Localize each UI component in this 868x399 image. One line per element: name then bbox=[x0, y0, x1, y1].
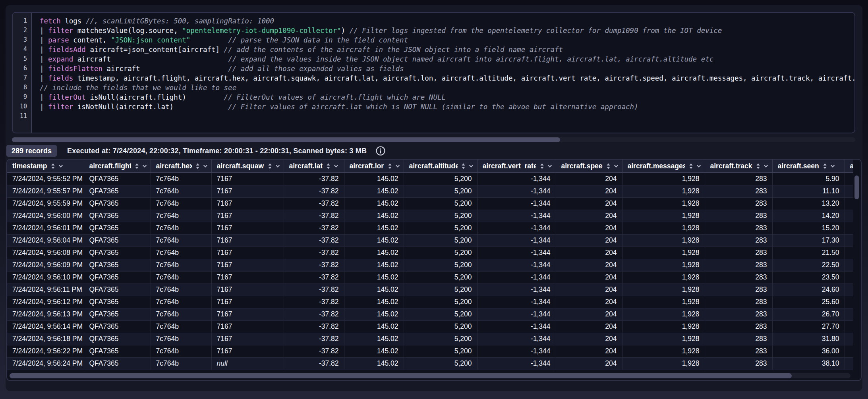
table-row[interactable]: 7/24/2024, 9:56:14 PMQFA73657c764b7167-3… bbox=[7, 320, 853, 333]
code-text: aircraft=json_content[aircraft] bbox=[86, 46, 224, 54]
table-cell: -37.82 bbox=[284, 222, 344, 234]
chevron-down-icon[interactable] bbox=[613, 163, 619, 169]
column-label: aircraft.altitude bbox=[409, 162, 458, 170]
query-editor[interactable]: 1234567891011 fetch logs //, scanLimitGB… bbox=[12, 12, 855, 133]
editor-horizontal-scrollbar[interactable] bbox=[12, 137, 855, 142]
sort-icon[interactable] bbox=[387, 163, 393, 169]
column-header-aircraft-squawk[interactable]: aircraft.squawk bbox=[211, 160, 284, 173]
table-cell: 25.60 bbox=[772, 296, 845, 308]
chevron-down-icon[interactable] bbox=[58, 163, 64, 169]
table-row[interactable]: 7/24/2024, 9:56:01 PMQFA73657c764b7167-3… bbox=[7, 222, 853, 234]
sort-icon[interactable] bbox=[822, 163, 828, 169]
table-cell: 145.02 bbox=[344, 308, 404, 320]
table-cell: 7/24/2024, 9:56:18 PM bbox=[7, 333, 84, 345]
table-cell: 5,200 bbox=[404, 320, 477, 333]
sort-icon[interactable] bbox=[688, 163, 694, 169]
sort-icon[interactable] bbox=[195, 163, 201, 169]
table-cell: -37.82 bbox=[284, 197, 344, 210]
table-row[interactable]: 7/24/2024, 9:56:09 PMQFA73657c764b7167-3… bbox=[7, 259, 853, 271]
sort-icon[interactable] bbox=[460, 163, 466, 169]
table-cell: 283 bbox=[705, 197, 772, 210]
table-cell: 1,928 bbox=[622, 271, 705, 283]
table-row[interactable]: 7/24/2024, 9:56:08 PMQFA73657c764b7167-3… bbox=[7, 247, 853, 259]
results-table-panel: timestampaircraft.flightaircraft.hexairc… bbox=[6, 159, 862, 381]
table-cell: QFA7365 bbox=[84, 333, 151, 345]
chevron-down-icon[interactable] bbox=[275, 163, 280, 169]
table-cell: 204 bbox=[556, 308, 622, 320]
column-header-aircraft-hex[interactable]: aircraft.hex bbox=[151, 160, 211, 173]
table-row[interactable]: 7/24/2024, 9:55:57 PMQFA73657c764b7167-3… bbox=[7, 185, 853, 197]
chevron-down-icon[interactable] bbox=[468, 163, 474, 169]
column-header-timestamp[interactable]: timestamp bbox=[7, 160, 84, 173]
sort-icon[interactable] bbox=[325, 163, 331, 169]
table-row[interactable]: 7/24/2024, 9:56:24 PMQFA73657c764bnull-3… bbox=[7, 357, 853, 370]
table-cell bbox=[845, 222, 853, 234]
chevron-down-icon[interactable] bbox=[142, 163, 147, 169]
chevron-down-icon[interactable] bbox=[763, 163, 769, 169]
table-cell: 1,928 bbox=[622, 234, 705, 247]
sort-icon[interactable] bbox=[755, 163, 761, 169]
table-cell: 204 bbox=[556, 222, 622, 234]
table-horizontal-scrollbar[interactable] bbox=[10, 373, 851, 378]
table-row[interactable]: 7/24/2024, 9:56:12 PMQFA73657c764b7167-3… bbox=[7, 296, 853, 308]
chevron-down-icon[interactable] bbox=[395, 163, 400, 169]
table-row[interactable]: 7/24/2024, 9:56:11 PMQFA73657c764b7167-3… bbox=[7, 283, 853, 296]
table-cell: 1,928 bbox=[622, 222, 705, 234]
column-header-airc-clipped[interactable]: airc bbox=[845, 160, 853, 173]
table-row[interactable]: 7/24/2024, 9:56:22 PMQFA73657c764b7167-3… bbox=[7, 345, 853, 357]
code-line: | filterOut isNull(aircraft.flight) // F… bbox=[40, 93, 854, 103]
table-cell bbox=[845, 296, 853, 308]
table-cell: 1,928 bbox=[622, 259, 705, 271]
column-header-aircraft-track[interactable]: aircraft.track bbox=[705, 160, 772, 173]
code-string: "opentelemetry-iot-dump1090-collector" bbox=[182, 27, 341, 35]
sort-icon[interactable] bbox=[267, 163, 273, 169]
sort-icon[interactable] bbox=[134, 163, 140, 169]
editor-code[interactable]: fetch logs //, scanLimitGBytes: 500, sam… bbox=[32, 13, 854, 133]
table-vertical-scrollbar-thumb[interactable] bbox=[854, 175, 859, 199]
column-label: aircraft.hex bbox=[156, 162, 192, 170]
chevron-down-icon[interactable] bbox=[333, 163, 339, 169]
table-row[interactable]: 7/24/2024, 9:56:00 PMQFA73657c764b7167-3… bbox=[7, 210, 853, 222]
column-header-aircraft-messages[interactable]: aircraft.messages bbox=[622, 160, 705, 173]
results-table: timestampaircraft.flightaircraft.hexairc… bbox=[7, 160, 853, 370]
editor-scrollbar-thumb[interactable] bbox=[12, 137, 560, 142]
table-cell: 204 bbox=[556, 259, 622, 271]
table-row[interactable]: 7/24/2024, 9:56:04 PMQFA73657c764b7167-3… bbox=[7, 234, 853, 247]
column-header-aircraft-lon[interactable]: aircraft.lon bbox=[344, 160, 404, 173]
table-cell: 283 bbox=[705, 308, 772, 320]
chevron-down-icon[interactable] bbox=[696, 163, 702, 169]
table-cell: 283 bbox=[705, 247, 772, 259]
table-cell: QFA7365 bbox=[84, 308, 151, 320]
table-row[interactable]: 7/24/2024, 9:55:52 PMQFA73657c764b7167-3… bbox=[7, 173, 853, 185]
column-header-aircraft-speed[interactable]: aircraft.speed bbox=[556, 160, 622, 173]
table-cell: QFA7365 bbox=[84, 247, 151, 259]
table-row[interactable]: 7/24/2024, 9:56:13 PMQFA73657c764b7167-3… bbox=[7, 308, 853, 320]
table-cell: QFA7365 bbox=[84, 320, 151, 333]
table-scroll-area[interactable]: timestampaircraft.flightaircraft.hexairc… bbox=[7, 160, 853, 371]
info-icon[interactable] bbox=[375, 146, 386, 156]
table-row[interactable]: 7/24/2024, 9:56:10 PMQFA73657c764b7167-3… bbox=[7, 271, 853, 283]
table-row[interactable]: 7/24/2024, 9:55:59 PMQFA73657c764b7167-3… bbox=[7, 197, 853, 210]
column-header-aircraft-altitude[interactable]: aircraft.altitude bbox=[404, 160, 477, 173]
column-header-aircraft-flight[interactable]: aircraft.flight bbox=[84, 160, 151, 173]
table-cell: 7/24/2024, 9:56:13 PM bbox=[7, 308, 84, 320]
code-line: | fields timestamp, aircraft.flight, air… bbox=[40, 74, 854, 84]
code-comment: // include the fields that we would like… bbox=[40, 84, 236, 92]
chevron-down-icon[interactable] bbox=[203, 163, 208, 169]
sort-icon[interactable] bbox=[50, 163, 56, 169]
table-cell: 204 bbox=[556, 296, 622, 308]
chevron-down-icon[interactable] bbox=[547, 163, 553, 169]
table-cell: -1,344 bbox=[477, 345, 556, 357]
table-row[interactable]: 7/24/2024, 9:56:18 PMQFA73657c764b7167-3… bbox=[7, 333, 853, 345]
column-header-aircraft-seen[interactable]: aircraft.seen bbox=[772, 160, 845, 173]
table-cell: 7167 bbox=[211, 259, 284, 271]
table-cell: 145.02 bbox=[344, 185, 404, 197]
sort-icon[interactable] bbox=[539, 163, 545, 169]
table-cell bbox=[845, 247, 853, 259]
table-cell: 7/24/2024, 9:55:57 PM bbox=[7, 185, 84, 197]
column-header-aircraft-vert-rate[interactable]: aircraft.vert_rate bbox=[477, 160, 556, 173]
chevron-down-icon[interactable] bbox=[830, 163, 835, 169]
sort-icon[interactable] bbox=[605, 163, 611, 169]
table-scrollbar-thumb[interactable] bbox=[10, 373, 792, 378]
column-header-aircraft-lat[interactable]: aircraft.lat bbox=[284, 160, 344, 173]
